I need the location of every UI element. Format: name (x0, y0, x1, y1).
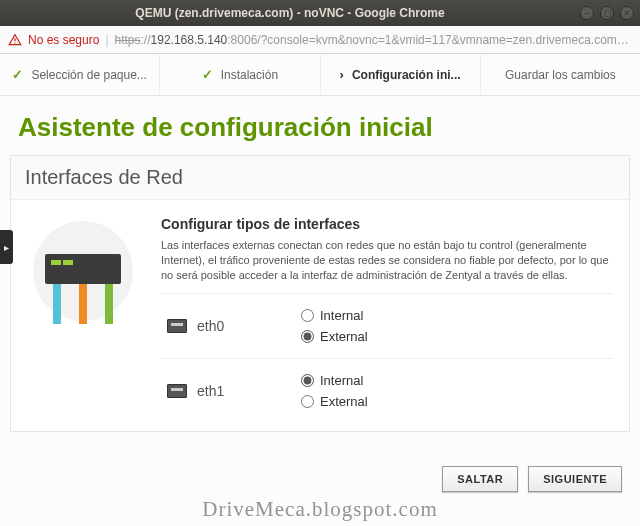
svg-rect-4 (51, 260, 61, 265)
chevron-right-icon: › (340, 67, 344, 82)
url-text: https://192.168.5.140:8006/?console=kvm&… (115, 33, 633, 47)
window-title: QEMU (zen.drivemeca.com) - noVNC - Googl… (6, 6, 574, 20)
step-package-selection[interactable]: ✓ Selección de paque... (0, 54, 160, 95)
page-content: ▸ ✓ Selección de paque... ✓ Instalación … (0, 54, 640, 526)
eth0-external-radio[interactable]: External (301, 329, 368, 344)
watermark-text: DriveMeca.blogspot.com (0, 497, 640, 522)
window-minimize-button[interactable]: – (580, 6, 594, 20)
network-illustration (19, 216, 147, 423)
section-description: Las interfaces externas conectan con red… (161, 238, 613, 283)
insecure-warning-icon (8, 33, 22, 47)
svg-rect-3 (45, 254, 121, 284)
network-interfaces-card: Interfaces de Red Configurar tipos de in… (10, 155, 630, 432)
svg-rect-6 (53, 284, 61, 324)
step-save-changes[interactable]: Guardar los cambios (481, 54, 640, 95)
page-title: Asistente de configuración inicial (0, 96, 640, 155)
svg-point-1 (14, 42, 15, 43)
interface-row-eth0: eth0 Internal External (161, 293, 613, 358)
nic-icon (167, 384, 187, 398)
nic-icon (167, 319, 187, 333)
eth1-internal-radio[interactable]: Internal (301, 373, 368, 388)
section-subtitle: Configurar tipos de interfaces (161, 216, 613, 232)
window-close-button[interactable]: × (620, 6, 634, 20)
svg-rect-7 (79, 284, 87, 324)
browser-address-bar[interactable]: No es seguro | https://192.168.5.140:800… (0, 26, 640, 54)
window-titlebar: QEMU (zen.drivemeca.com) - noVNC - Googl… (0, 0, 640, 26)
wizard-steps: ✓ Selección de paque... ✓ Instalación › … (0, 54, 640, 96)
interface-row-eth1: eth1 Internal External (161, 358, 613, 423)
check-icon: ✓ (12, 67, 23, 82)
card-header: Interfaces de Red (11, 156, 629, 200)
window-maximize-button[interactable]: ◻ (600, 6, 614, 20)
wizard-footer-buttons: SALTAR SIGUIENTE (442, 466, 622, 492)
eth1-external-radio[interactable]: External (301, 394, 368, 409)
novnc-sidebar-toggle[interactable]: ▸ (0, 230, 13, 264)
svg-rect-8 (105, 284, 113, 324)
interface-name: eth1 (167, 383, 277, 399)
step-installation[interactable]: ✓ Instalación (160, 54, 320, 95)
check-icon: ✓ (202, 67, 213, 82)
eth0-internal-radio[interactable]: Internal (301, 308, 368, 323)
svg-rect-5 (63, 260, 73, 265)
next-button[interactable]: SIGUIENTE (528, 466, 622, 492)
not-secure-label: No es seguro (28, 33, 99, 47)
skip-button[interactable]: SALTAR (442, 466, 518, 492)
step-initial-config[interactable]: › Configuración ini... (321, 54, 481, 95)
interface-name: eth0 (167, 318, 277, 334)
